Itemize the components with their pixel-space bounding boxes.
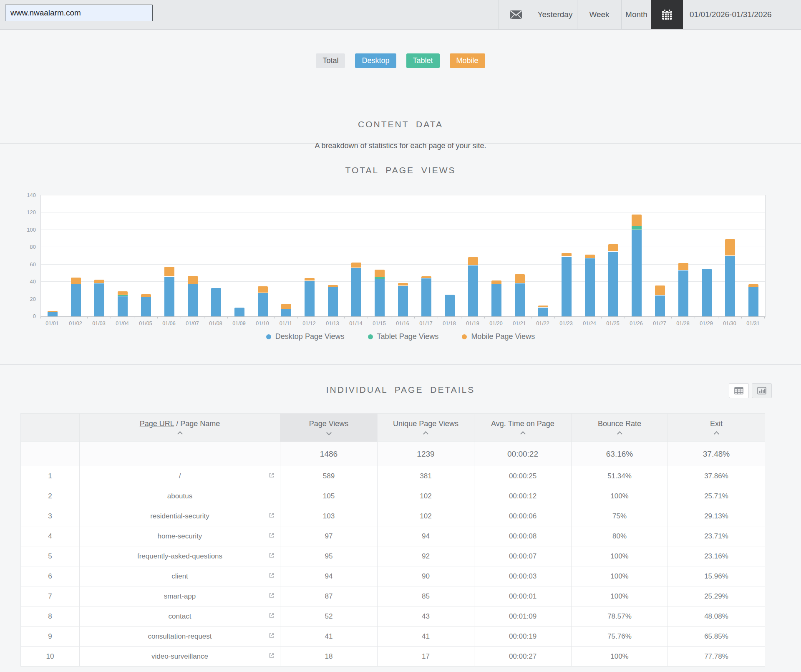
site-url-input[interactable] bbox=[5, 5, 153, 21]
x-axis-tick bbox=[321, 316, 321, 318]
mail-button[interactable] bbox=[499, 0, 533, 29]
unique-page-views-cell: 381 bbox=[378, 466, 474, 486]
rank-cell: 4 bbox=[21, 526, 80, 546]
stacked-bar-01/13[interactable] bbox=[328, 285, 338, 316]
stacked-bar-01/31[interactable] bbox=[748, 284, 758, 316]
stacked-bar-01/30[interactable] bbox=[725, 239, 735, 316]
external-link-icon[interactable] bbox=[268, 592, 275, 601]
exit-cell: 48.08% bbox=[668, 606, 765, 627]
external-link-icon[interactable] bbox=[268, 632, 275, 641]
legend-item-tablet[interactable]: Tablet Page Views bbox=[368, 332, 439, 341]
stacked-bar-01/16[interactable] bbox=[398, 283, 408, 316]
chart-view-button[interactable] bbox=[752, 383, 772, 398]
external-link-icon[interactable] bbox=[268, 612, 275, 621]
header-page-url[interactable]: Page URL / Page Name bbox=[80, 414, 280, 442]
x-axis-tick-label: 01/08 bbox=[204, 321, 227, 326]
page-views-cell: 105 bbox=[280, 486, 378, 506]
stacked-bar-01/08[interactable] bbox=[211, 288, 221, 316]
range-week-button[interactable]: Week bbox=[577, 0, 621, 29]
stacked-bar-01/05[interactable] bbox=[141, 294, 151, 316]
name-cell: / bbox=[80, 466, 280, 486]
table-view-button[interactable] bbox=[729, 383, 749, 398]
external-link-icon[interactable] bbox=[268, 552, 275, 561]
stacked-bar-01/15[interactable] bbox=[375, 270, 385, 316]
exit-cell: 25.29% bbox=[668, 586, 765, 606]
x-axis-tick-label: 01/26 bbox=[625, 321, 648, 326]
stacked-bar-01/07[interactable] bbox=[188, 276, 198, 316]
bar-segment-mobile bbox=[538, 306, 548, 307]
stacked-bar-01/24[interactable] bbox=[585, 255, 595, 316]
gridline bbox=[41, 247, 765, 247]
page-url-sort-link[interactable]: Page URL bbox=[140, 419, 174, 428]
stacked-bar-01/04[interactable] bbox=[118, 291, 128, 316]
external-link-icon[interactable] bbox=[268, 532, 275, 541]
unique-page-views-cell: 17 bbox=[378, 647, 474, 667]
stacked-bar-01/20[interactable] bbox=[491, 280, 501, 316]
bar-segment-desktop bbox=[748, 287, 758, 316]
name-cell: consultation-request bbox=[80, 627, 280, 647]
stacked-bar-01/23[interactable] bbox=[562, 253, 572, 316]
bar-segment-mobile bbox=[188, 276, 198, 284]
external-link-icon[interactable] bbox=[268, 572, 275, 581]
stacked-bar-01/19[interactable] bbox=[468, 257, 478, 316]
unique-page-views-cell: 85 bbox=[378, 586, 474, 606]
page-name-text: contact bbox=[169, 612, 191, 620]
x-axis-tick bbox=[204, 316, 204, 318]
x-axis-tick-label: 01/11 bbox=[274, 321, 297, 326]
filter-total-button[interactable]: Total bbox=[316, 53, 345, 68]
header-avg-time[interactable]: Avg. Time on Page bbox=[474, 414, 572, 442]
external-link-icon[interactable] bbox=[268, 472, 275, 480]
name-cell: frequently-asked-questions bbox=[80, 546, 280, 566]
range-yesterday-button[interactable]: Yesterday bbox=[533, 0, 577, 29]
stacked-bar-01/22[interactable] bbox=[538, 306, 548, 316]
stacked-bar-01/09[interactable] bbox=[234, 308, 244, 316]
header-exit[interactable]: Exit bbox=[668, 414, 765, 442]
exit-cell: 29.13% bbox=[668, 506, 765, 526]
stacked-bar-01/01[interactable] bbox=[48, 311, 58, 316]
x-axis-tick bbox=[648, 316, 648, 318]
bar-segment-mobile bbox=[141, 294, 151, 297]
calendar-button[interactable] bbox=[651, 0, 683, 29]
stacked-bar-01/29[interactable] bbox=[702, 269, 712, 316]
gridline bbox=[41, 230, 765, 230]
legend-item-mobile[interactable]: Mobile Page Views bbox=[462, 332, 535, 341]
stacked-bar-01/18[interactable] bbox=[445, 295, 455, 316]
stacked-bar-01/27[interactable] bbox=[655, 285, 665, 316]
stacked-bar-01/25[interactable] bbox=[608, 244, 618, 316]
stacked-bar-01/10[interactable] bbox=[258, 286, 268, 316]
external-link-icon[interactable] bbox=[268, 652, 275, 661]
stacked-bar-01/12[interactable] bbox=[305, 278, 315, 316]
unique-page-views-cell: 94 bbox=[378, 526, 474, 546]
stacked-bar-01/06[interactable] bbox=[164, 267, 174, 316]
header-unique-page-views[interactable]: Unique Page Views bbox=[378, 414, 474, 442]
x-axis-tick-label: 01/19 bbox=[461, 321, 484, 326]
bounce-rate-cell: 75% bbox=[572, 506, 668, 526]
stacked-bar-01/11[interactable] bbox=[281, 304, 291, 316]
legend-item-desktop[interactable]: Desktop Page Views bbox=[266, 332, 345, 341]
rank-cell: 3 bbox=[21, 506, 80, 526]
stacked-bar-01/02[interactable] bbox=[71, 278, 81, 316]
bar-segment-tablet bbox=[118, 295, 128, 296]
page-views-cell: 589 bbox=[280, 466, 378, 486]
stacked-bar-01/21[interactable] bbox=[515, 274, 525, 316]
x-axis-tick bbox=[344, 316, 345, 318]
exit-cell: 65.85% bbox=[668, 627, 765, 647]
avg-time-cell: 00:00:27 bbox=[474, 647, 572, 667]
range-month-button[interactable]: Month bbox=[621, 0, 651, 29]
stacked-bar-01/14[interactable] bbox=[351, 263, 361, 316]
stacked-bar-01/26[interactable] bbox=[632, 215, 642, 316]
header-bounce-rate[interactable]: Bounce Rate bbox=[572, 414, 668, 442]
stacked-bar-01/17[interactable] bbox=[421, 276, 431, 316]
filter-mobile-button[interactable]: Mobile bbox=[450, 53, 485, 68]
header-page-views[interactable]: Page Views bbox=[280, 414, 378, 442]
bar-segment-mobile bbox=[421, 276, 431, 278]
external-link-icon[interactable] bbox=[268, 512, 275, 520]
filter-desktop-button[interactable]: Desktop bbox=[355, 53, 396, 68]
filter-tablet-button[interactable]: Tablet bbox=[406, 53, 440, 68]
x-axis-tick bbox=[297, 316, 298, 318]
legend-dot-icon bbox=[368, 334, 373, 339]
stacked-bar-01/03[interactable] bbox=[94, 280, 104, 316]
avg-time-cell: 00:00:25 bbox=[474, 466, 572, 486]
bar-segment-mobile bbox=[748, 284, 758, 287]
stacked-bar-01/28[interactable] bbox=[678, 263, 688, 316]
